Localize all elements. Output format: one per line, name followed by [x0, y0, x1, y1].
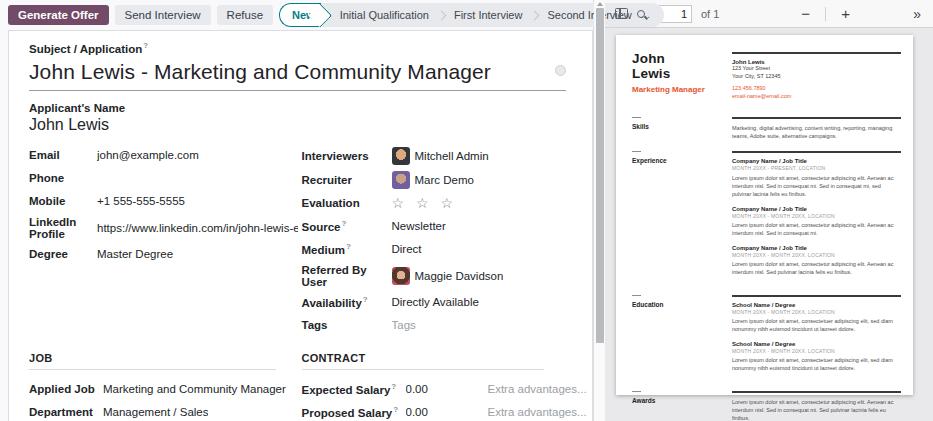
referred-by-name[interactable]: Maggie Davidson — [415, 270, 504, 282]
kanban-state-indicator[interactable] — [555, 65, 566, 76]
help-tooltip-icon: ? — [393, 405, 398, 414]
help-tooltip-icon: ? — [342, 219, 347, 228]
phone-label: Phone — [29, 172, 97, 184]
applicant-name-field[interactable]: John Lewis — [29, 116, 566, 134]
medium-label: Medium? — [302, 242, 392, 256]
availability-field[interactable]: Directly Available — [392, 296, 479, 308]
subject-label-text: Subject / Application — [29, 43, 142, 55]
action-toolbar: Generate Offer Send Interview Refuse New… — [0, 0, 593, 30]
recruiter-label: Recruiter — [302, 174, 392, 186]
education-entry: School Name / Degree MONTH 20XX - MONTH … — [732, 341, 901, 373]
job-section: JOB Applied Job Marketing and Community … — [29, 352, 298, 421]
interviewers-label: Interviewers — [302, 150, 392, 162]
entry-body: Lorem ipsum dolor sit amet, consectetur … — [732, 260, 901, 277]
entry-body: Lorem ipsum dolor sit amet, consectetuer… — [732, 356, 901, 373]
right-field-column: Interviewers Mitchell Admin Recruiter Ma… — [298, 147, 567, 340]
applied-job-field[interactable]: Marketing and Community Manager — [103, 383, 286, 395]
sidebar-toggle-icon[interactable] — [615, 8, 628, 19]
department-field[interactable]: Management / Sales — [103, 406, 208, 418]
generate-offer-button[interactable]: Generate Offer — [8, 5, 109, 25]
resume-address-line2: Your City, ST 12345 — [732, 73, 901, 81]
form-scrollbar[interactable] — [594, 0, 605, 421]
resume-role: Marketing Manager — [632, 85, 732, 94]
tags-field[interactable]: Tags — [392, 319, 416, 331]
avatar — [392, 147, 410, 165]
experience-entry: Company Name / Job Title MONTH 20XX - MO… — [732, 206, 901, 238]
resume-sections: Skills Marketing, digital advertising, c… — [632, 117, 901, 421]
entry-meta: MONTH 20XX - MONTH 20XX, LOCATION — [732, 213, 901, 219]
resume-phone: 123.456.7890 — [732, 85, 901, 93]
entry-body: Lorem ipsum dolor sit amet, consectetur … — [732, 174, 901, 199]
tags-row: Tags Tags — [302, 317, 567, 334]
degree-field[interactable]: Master Degree — [97, 248, 173, 260]
availability-label: Availability? — [302, 295, 392, 309]
email-label: Email — [29, 149, 97, 161]
proposed-salary-field[interactable]: 0.00 — [406, 406, 488, 418]
contract-section-title: CONTRACT — [302, 352, 545, 370]
stage-initial-qualification[interactable]: Initial Qualification — [335, 9, 434, 21]
source-field[interactable]: Newsletter — [392, 220, 446, 232]
chevron-right-icon — [530, 10, 540, 20]
phone-row: Phone — [29, 170, 298, 187]
email-field[interactable]: john@example.com — [97, 149, 199, 161]
left-field-column: Email john@example.com Phone Mobile +1 5… — [29, 147, 298, 340]
page-title[interactable]: John Lewis - Marketing and Community Man… — [29, 60, 548, 84]
interviewer-name[interactable]: Mitchell Admin — [415, 150, 489, 162]
medium-field[interactable]: Direct — [392, 243, 422, 255]
resume-page: John Lewis Marketing Manager John Lewis … — [616, 35, 913, 395]
send-interview-button[interactable]: Send Interview — [115, 5, 211, 25]
resume-address-line1: 123 Your Street — [732, 65, 901, 73]
resume-identity: John Lewis Marketing Manager — [632, 52, 732, 101]
refuse-button[interactable]: Refuse — [217, 5, 273, 25]
subject-title-row: John Lewis - Marketing and Community Man… — [29, 57, 566, 91]
expected-extra-advantages-field[interactable]: Extra advantages... — [488, 383, 587, 395]
scrollbar-thumb[interactable] — [596, 8, 604, 343]
resume-name: John Lewis — [632, 52, 684, 81]
entry-title: School Name / Degree — [732, 302, 901, 308]
resume-header: John Lewis Marketing Manager John Lewis … — [632, 52, 901, 101]
evaluation-row: Evaluation ☆ ☆ ☆ — [302, 195, 567, 212]
evaluation-label: Evaluation — [302, 197, 392, 209]
recruitment-application-window: Generate Offer Send Interview Refuse New… — [0, 0, 933, 421]
source-row: Source? Newsletter — [302, 218, 567, 235]
proposed-extra-advantages-field[interactable]: Extra advantages... — [488, 406, 587, 418]
skills-section-label: Skills — [632, 123, 732, 130]
referred-by-field[interactable]: Maggie Davidson — [392, 267, 504, 285]
resume-skills-section: Skills Marketing, digital advertising, c… — [632, 117, 901, 141]
application-form-panel: Generate Offer Send Interview Refuse New… — [0, 0, 594, 421]
stage-first-interview[interactable]: First Interview — [449, 9, 527, 21]
entry-meta: MONTH 20XX - MONTH 20XX, LOCATION — [732, 309, 901, 315]
linkedin-row: LinkedIn Profile https://www.linkedin.co… — [29, 216, 298, 240]
expected-salary-field[interactable]: 0.00 — [406, 383, 488, 395]
experience-section-label: Experience — [632, 157, 732, 164]
referred-by-label: Referred By User — [302, 264, 392, 288]
interviewers-row: Interviewers Mitchell Admin — [302, 147, 567, 165]
applicant-name-label: Applicant's Name — [29, 102, 566, 114]
contract-section: CONTRACT Expected Salary? 0.00 Extra adv… — [298, 352, 567, 421]
degree-row: Degree Master Degree — [29, 246, 298, 263]
zoom-in-button[interactable]: + — [835, 5, 856, 22]
star-rating-icons[interactable]: ☆ ☆ ☆ — [392, 195, 457, 211]
stage-new[interactable]: New — [279, 3, 321, 27]
section-dash — [632, 151, 641, 152]
mobile-field[interactable]: +1 555-555-5555 — [97, 195, 185, 207]
recruiter-name[interactable]: Marc Demo — [415, 174, 474, 186]
department-label: Department — [29, 406, 103, 418]
zoom-out-button[interactable]: − — [795, 5, 816, 22]
toolbar-more-chevrons-icon[interactable]: » — [911, 6, 923, 22]
job-section-title: JOB — [29, 352, 276, 370]
pdf-viewer-canvas[interactable]: John Lewis Marketing Manager John Lewis … — [605, 28, 933, 421]
group-sections: JOB Applied Job Marketing and Community … — [29, 352, 566, 421]
help-tooltip-icon: ? — [346, 242, 351, 251]
entry-title: Company Name / Job Title — [732, 158, 901, 164]
help-tooltip-icon: ? — [391, 382, 396, 391]
stage-statusbar: New Initial Qualification First Intervie… — [279, 3, 664, 27]
field-columns: Email john@example.com Phone Mobile +1 5… — [29, 147, 566, 340]
subject-label: Subject / Application? — [29, 41, 566, 55]
linkedin-field[interactable]: https://www.linkedin.com/in/john-lewis-e… — [97, 222, 298, 234]
interviewers-field[interactable]: Mitchell Admin — [392, 147, 489, 165]
entry-body: Lorem ipsum dolor sit amet, consectetur … — [732, 221, 901, 238]
resume-awards-section: Awards Lorem ipsum dolor sit amet, conse… — [632, 391, 901, 421]
recruiter-field[interactable]: Marc Demo — [392, 171, 474, 189]
scrollbar-up-arrow-icon[interactable] — [597, 2, 603, 6]
